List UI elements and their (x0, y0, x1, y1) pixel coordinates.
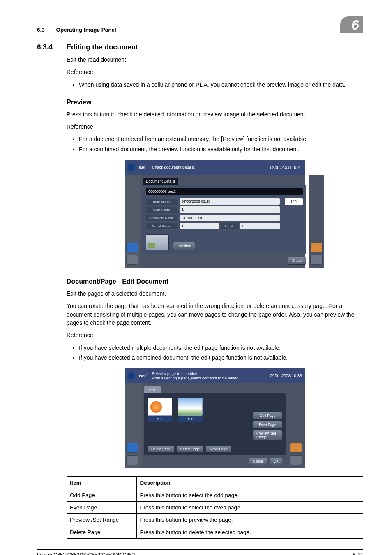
rail-icon[interactable] (310, 255, 323, 265)
reference-label: Reference (67, 123, 363, 131)
panel-message: Check document details. (152, 165, 270, 169)
footer-page-number: 6-11 (353, 552, 363, 555)
pages-value: 1 (180, 223, 219, 229)
col-item: Item (67, 477, 136, 489)
panel-user: user1 (138, 165, 148, 170)
desc-cell: Press this button to preview the page. (136, 514, 363, 526)
delete-page-button[interactable]: Delete Page (148, 445, 174, 453)
intro-text: Edit the read document. (67, 56, 363, 64)
item-cell: Odd Page (67, 489, 136, 502)
header-section-title: Operating Image Panel (56, 27, 116, 33)
brand-icon (128, 372, 135, 379)
edit-document-intro: Edit the pages of a selected document. (67, 289, 363, 298)
item-description-table: Item Description Odd Page Press this but… (67, 476, 363, 539)
edit-bullet-2: If you have selected a combined document… (79, 354, 363, 362)
document-thumbnail (146, 234, 169, 250)
right-icon-rail (288, 383, 305, 468)
desc-cell: Press this button to delete the selected… (136, 526, 363, 539)
section-title: Editing the document (67, 43, 138, 51)
panel-message-line1: Select a page to be edited. (152, 371, 270, 376)
reference-label: Reference (67, 68, 363, 76)
rail-icon[interactable] (290, 455, 302, 465)
edit-document-heading: Document/Page - Edit Document (67, 278, 363, 285)
time-stored-value: 07/03/2008 09:28 (180, 198, 280, 205)
preview-intro: Press this button to check the detailed … (67, 110, 363, 118)
rail-icon[interactable] (126, 255, 138, 265)
rail-icon[interactable] (310, 243, 323, 252)
page-thumb-label: P 2 (178, 416, 203, 422)
edit-document-paragraph: You can rotate the page that has been sc… (67, 302, 363, 327)
panel-user: user1 (138, 374, 148, 378)
rail-icon[interactable] (290, 443, 302, 453)
rail-icon[interactable] (126, 443, 138, 453)
cancel-button[interactable]: Cancel (249, 458, 267, 465)
preview-set-range-button[interactable]: Preview /Set Range (253, 430, 282, 440)
odd-page-button[interactable]: Odd Page (253, 412, 282, 419)
panel-datetime: 09/01/2008 10:33 (270, 374, 302, 378)
page-thumb-1[interactable]: P 1 (148, 398, 172, 422)
item-cell: Even Page (67, 502, 136, 514)
panel-datetime: 09/01/2008 10:21 (270, 165, 302, 170)
panel-message: Select a page to be edited. After select… (152, 371, 270, 381)
page-footer: bizhub C652/C652DS/C552/C552DS/C452 6-11 (37, 549, 363, 555)
panel-titlebar: user1 Check document details. 09/01/2008… (125, 160, 305, 175)
rotate-page-button[interactable]: Rotate Page (177, 445, 203, 453)
pages-label: No. of Pages (146, 223, 177, 229)
job-no-value: 8 (240, 223, 280, 229)
preview-bullet-2: For a combined document, the preview fun… (79, 145, 363, 153)
ok-button[interactable]: OK (270, 458, 282, 465)
header-left: 6.3 Operating Image Panel (37, 27, 116, 33)
rail-icon[interactable] (126, 243, 138, 252)
item-cell: Preview /Set Range (67, 514, 136, 526)
close-button[interactable]: Close (288, 257, 306, 265)
document-details-tab[interactable]: Document Details (143, 178, 178, 185)
job-no-label: Job No. (221, 223, 238, 229)
left-icon-rail (125, 383, 142, 468)
user-name-value: 1 (180, 206, 280, 213)
user-name-label: User Name (146, 207, 177, 213)
page-thumb-2[interactable]: P 2 (178, 398, 203, 422)
brand-icon (128, 164, 135, 171)
chapter-number-badge: 6 (340, 16, 363, 33)
table-row: Preview /Set Range Press this button to … (67, 514, 363, 526)
document-id-bar: 000000006 box3 (146, 188, 303, 195)
reference-bullet: When using data saved in a cellular phon… (79, 81, 363, 89)
desc-cell: Press this button to select the even pag… (136, 502, 363, 514)
left-icon-rail (125, 175, 140, 268)
preview-heading: Preview (67, 99, 363, 106)
preview-bullet-1: For a document retrieved from an externa… (79, 135, 363, 143)
header-section-number: 6.3 (37, 27, 45, 33)
panel-message-line2: After selecting a page,select contents t… (152, 376, 270, 380)
table-row: Odd Page Press this button to select the… (67, 489, 363, 502)
edit-page-screenshot: user1 Select a page to be edited. After … (125, 368, 305, 468)
rail-icon[interactable] (126, 455, 138, 465)
section-number: 6.3.4 (37, 43, 67, 51)
right-icon-rail (309, 175, 324, 268)
edit-bullet-1: If you have selected multiple documents,… (79, 344, 363, 352)
col-description: Description (136, 477, 363, 489)
desc-cell: Press this button to select the odd page… (136, 489, 363, 502)
even-page-button[interactable]: Even Page (253, 421, 282, 428)
item-cell: Delete Page (67, 526, 136, 539)
edit-tab[interactable]: Edit (144, 386, 161, 393)
panel-titlebar: user1 Select a page to be edited. After … (125, 368, 305, 383)
footer-model: bizhub C652/C652DS/C552/C552DS/C452 (37, 552, 135, 555)
document-name-label: Document Name (146, 215, 177, 221)
document-name-value: Document01 (180, 215, 280, 221)
move-page-button[interactable]: Move Page (206, 445, 231, 453)
reference-label: Reference (67, 331, 363, 339)
preview-button[interactable]: Preview (173, 242, 195, 250)
table-row: Even Page Press this button to select th… (67, 502, 363, 514)
document-details-screenshot: user1 Check document details. 09/01/2008… (125, 160, 305, 268)
running-header: 6.3 Operating Image Panel 6 (37, 16, 363, 34)
page-indicator: 1/ 1 (285, 198, 303, 205)
time-stored-label: Time Stored (146, 199, 177, 205)
table-row: Delete Page Press this button to delete … (67, 526, 363, 539)
page-thumb-label: P 1 (148, 416, 172, 422)
